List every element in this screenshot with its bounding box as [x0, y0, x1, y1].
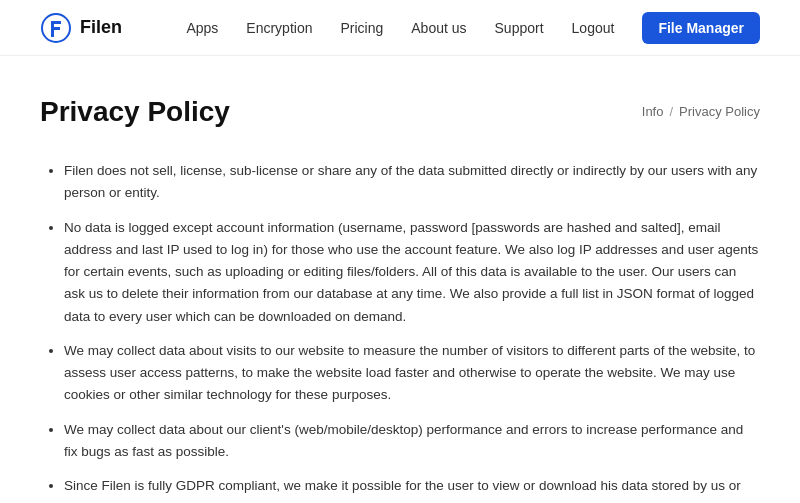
list-item: We may collect data about our client's (…: [64, 419, 760, 464]
page-title: Privacy Policy: [40, 96, 230, 128]
header: Filen Apps Encryption Pricing About us S…: [0, 0, 800, 56]
nav-item-support[interactable]: Support: [495, 20, 544, 36]
breadcrumb: Info / Privacy Policy: [642, 104, 760, 119]
nav-item-pricing[interactable]: Pricing: [340, 20, 383, 36]
file-manager-button[interactable]: File Manager: [642, 12, 760, 44]
breadcrumb-separator: /: [669, 104, 673, 119]
policy-list: Filen does not sell, license, sub-licens…: [40, 160, 760, 503]
nav-item-logout[interactable]: Logout: [572, 20, 615, 36]
main-nav: Apps Encryption Pricing About us Support…: [186, 12, 760, 44]
title-row: Privacy Policy Info / Privacy Policy: [40, 96, 760, 128]
list-item: We may collect data about visits to our …: [64, 340, 760, 407]
breadcrumb-current: Privacy Policy: [679, 104, 760, 119]
list-item: Since Filen is fully GDPR compliant, we …: [64, 475, 760, 503]
logo[interactable]: Filen: [40, 12, 122, 44]
list-item: No data is logged except account informa…: [64, 217, 760, 328]
nav-item-encryption[interactable]: Encryption: [246, 20, 312, 36]
nav-item-apps[interactable]: Apps: [186, 20, 218, 36]
breadcrumb-parent[interactable]: Info: [642, 104, 664, 119]
logo-icon: [40, 12, 72, 44]
logo-text: Filen: [80, 17, 122, 38]
policy-content: Filen does not sell, license, sub-licens…: [40, 160, 760, 503]
nav-item-about[interactable]: About us: [411, 20, 466, 36]
page-container: Privacy Policy Info / Privacy Policy Fil…: [0, 56, 800, 503]
list-item: Filen does not sell, license, sub-licens…: [64, 160, 760, 205]
